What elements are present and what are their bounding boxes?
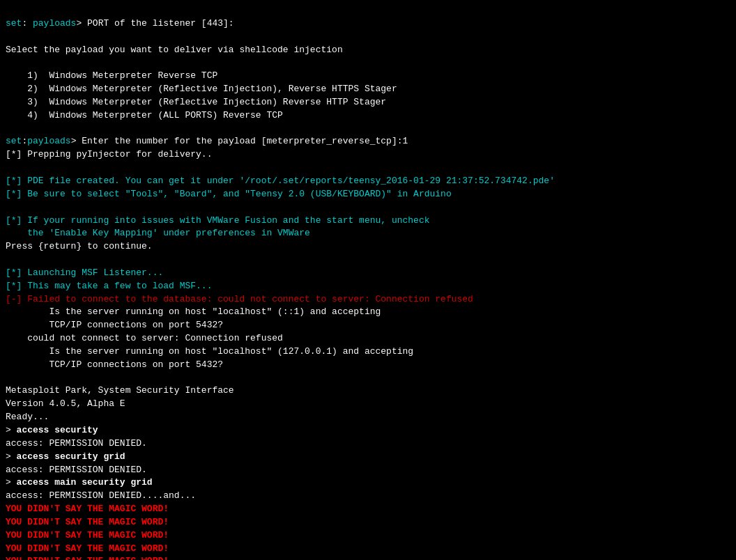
terminal-line	[6, 162, 730, 175]
terminal-line: TCP/IP connections on port 5432?	[6, 319, 730, 332]
terminal-line: [*] Be sure to select "Tools", "Board", …	[6, 188, 730, 201]
terminal-line: YOU DIDN'T SAY THE MAGIC WORD!	[6, 503, 730, 516]
terminal-line: access: PERMISSION DENIED.	[6, 437, 730, 451]
terminal-line: [*] PDE file created. You can get it und…	[6, 175, 730, 188]
terminal-line	[6, 31, 730, 44]
terminal-line: > access main security grid	[6, 476, 730, 490]
terminal-line	[6, 201, 730, 215]
terminal-line: [*] Launching MSF Listener...	[6, 267, 730, 280]
terminal-line: Version 4.0.5, Alpha E	[6, 398, 730, 411]
terminal-line: TCP/IP connections on port 5432?	[6, 359, 730, 372]
terminal-line: YOU DIDN'T SAY THE MAGIC WORD!	[6, 555, 730, 560]
terminal-line: > access security grid	[6, 451, 730, 464]
terminal-line: > access security	[6, 424, 730, 437]
terminal-line: Select the payload you want to deliver v…	[6, 44, 730, 57]
terminal-line: access: PERMISSION DENIED....and...	[6, 490, 730, 503]
terminal-line: the 'Enable Key Mapping' under preferenc…	[6, 227, 730, 240]
terminal-line: YOU DIDN'T SAY THE MAGIC WORD!	[6, 543, 730, 556]
terminal-line	[6, 56, 730, 70]
terminal-line: Is the server running on host "localhost…	[6, 306, 730, 319]
terminal-line: 2) Windows Meterpreter (Reflective Injec…	[6, 83, 730, 96]
terminal-line: set: payloads> PORT of the listener [443…	[6, 17, 730, 31]
terminal-line: Is the server running on host "localhost…	[6, 345, 730, 359]
terminal-line: [*] Prepping pyInjector for delivery..	[6, 148, 730, 162]
terminal-line: access: PERMISSION DENIED.	[6, 464, 730, 477]
terminal-line	[6, 254, 730, 267]
terminal-output: set: payloads> PORT of the listener [443…	[0, 0, 736, 560]
terminal-line: could not connect to server: Connection …	[6, 332, 730, 345]
terminal-line: 1) Windows Meterpreter Reverse TCP	[6, 70, 730, 83]
terminal-line: Ready...	[6, 411, 730, 424]
terminal-line: YOU DIDN'T SAY THE MAGIC WORD!	[6, 529, 730, 543]
terminal-line: Press {return} to continue.	[6, 240, 730, 254]
terminal-line	[6, 372, 730, 385]
terminal-line: [-] Failed to connect to the database: c…	[6, 293, 730, 306]
terminal-line: Metasploit Park, System Security Interfa…	[6, 384, 730, 398]
terminal-line: set:payloads> Enter the number for the p…	[6, 135, 730, 148]
terminal-line: 4) Windows Meterpreter (ALL PORTS) Rever…	[6, 109, 730, 123]
terminal-line: 3) Windows Meterpreter (Reflective Injec…	[6, 96, 730, 109]
terminal-line: [*] If your running into issues with VMW…	[6, 215, 730, 228]
terminal-line: [*] This may take a few to load MSF...	[6, 280, 730, 293]
terminal-line	[6, 123, 730, 136]
terminal-line: YOU DIDN'T SAY THE MAGIC WORD!	[6, 516, 730, 529]
